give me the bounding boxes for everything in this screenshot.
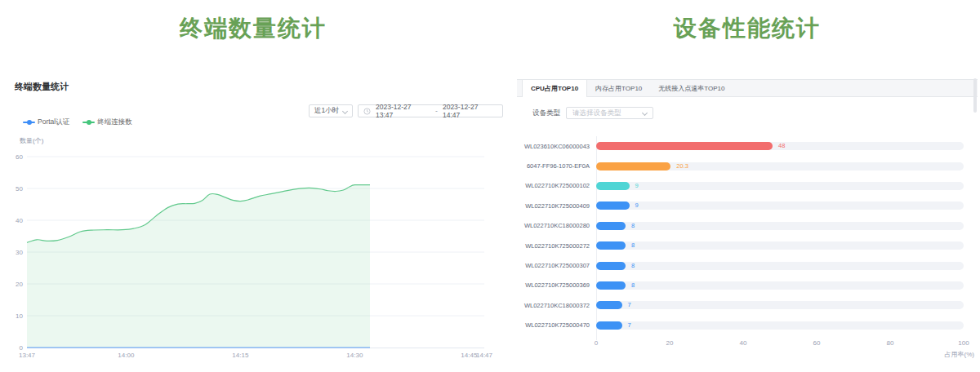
bar-track: 8 <box>596 281 964 290</box>
x-tick-label: 14:47 <box>476 352 493 359</box>
bar-chart-x-axis: 020406080100 <box>596 339 964 348</box>
x-tick-label: 80 <box>887 339 894 347</box>
portal-series-marker-icon <box>23 119 35 126</box>
device-type-select[interactable]: 请选择设备类型 <box>566 107 653 119</box>
x-tick-label: 20 <box>666 339 674 347</box>
bar <box>596 241 626 250</box>
bar <box>596 301 622 309</box>
terminal-connections-line <box>27 185 370 243</box>
bar-value-label: 8 <box>631 262 635 270</box>
terminal-connections-area <box>27 185 370 348</box>
terminal-section-title: 终端数量统计 <box>0 13 506 44</box>
y-tick-label: 0 <box>20 344 24 352</box>
bar-category-label: 6047-FF96-1070-EF0A <box>517 162 596 170</box>
bar <box>596 202 630 210</box>
bar-category-label: WL022710K725000409 <box>517 202 596 210</box>
time-range-value: 近1小时 <box>314 106 339 116</box>
bar-track: 9 <box>596 182 964 190</box>
bar-track: 8 <box>596 241 964 250</box>
x-tick-label: 60 <box>813 339 821 347</box>
bar-row: WL022710K7250004099 <box>517 196 964 215</box>
date-range-start: 2023-12-27 13:47 <box>376 103 430 119</box>
bar-row: WL022710KC180002808 <box>517 216 964 236</box>
x-tick-label: 14:30 <box>346 352 363 359</box>
bar <box>596 222 626 230</box>
bar <box>596 162 670 170</box>
x-tick-label: 100 <box>958 339 969 347</box>
bar-value-label: 9 <box>635 202 639 210</box>
bar <box>596 321 622 330</box>
legend-item-terminal-connections[interactable]: 终端连接数 <box>82 117 132 127</box>
bar-row: WL022710K7250002728 <box>517 236 964 255</box>
bar-category-label: WL022710K725000272 <box>517 242 596 250</box>
bar-value-label: 9 <box>635 182 639 190</box>
bar-value-label: 8 <box>631 281 635 290</box>
bar-value-label: 7 <box>628 321 631 330</box>
x-tick-label: 14:00 <box>118 352 135 359</box>
bar-value-label: 8 <box>631 241 635 250</box>
date-range-picker[interactable]: 2023-12-27 13:47 - 2023-12-27 14:47 <box>358 104 503 117</box>
x-tick-label: 14:15 <box>232 352 249 359</box>
terminal-chart-heading: 终端数量统计 <box>15 81 69 93</box>
legend-item-portal[interactable]: Portal认证 <box>23 117 69 127</box>
y-tick-label: 40 <box>16 217 23 224</box>
x-tick-label: 0 <box>595 339 598 347</box>
y-axis-title: 数量(个) <box>20 137 44 144</box>
device-type-label: 设备类型 <box>532 108 560 118</box>
bar-value-label: 48 <box>778 142 785 150</box>
y-tick-label: 30 <box>16 249 23 256</box>
line-chart-legend: Portal认证 终端连接数 <box>23 117 132 127</box>
bar-value-label: 7 <box>628 301 631 309</box>
bar-category-label: WL022710KC18000280 <box>517 222 596 229</box>
x-tick-label: 40 <box>740 339 747 347</box>
chevron-down-icon <box>342 108 348 113</box>
y-tick-label: 10 <box>16 312 23 320</box>
bar-track: 8 <box>596 262 964 270</box>
clock-icon <box>363 108 371 115</box>
bar-row: WL022710K7250004707 <box>517 316 964 335</box>
bar-row: WL022710KC180003727 <box>517 295 964 315</box>
bar <box>596 142 773 150</box>
bar-track: 9 <box>596 202 964 210</box>
y-tick-label: 60 <box>16 153 23 161</box>
terminal-series-marker-icon <box>82 119 95 126</box>
bar-category-label: WL022710K725000369 <box>517 281 596 289</box>
bar-track: 7 <box>596 321 964 330</box>
bar <box>596 281 626 290</box>
date-range-separator: - <box>435 107 438 115</box>
scrollbar-thumb[interactable] <box>973 78 977 113</box>
x-tick-label: 14:45 <box>461 352 478 359</box>
bar-chart-x-axis-unit: 占用率(%) <box>945 350 974 359</box>
bar-category-label: WL023610KC06000043 <box>517 143 596 150</box>
legend-label: Portal认证 <box>38 117 69 127</box>
cpu-top10-bar-chart: WL023610KC06000043486047-FF96-1070-EF0A2… <box>517 136 964 335</box>
chevron-down-icon <box>642 110 648 116</box>
bar-category-label: WL022710K725000102 <box>517 182 596 189</box>
bar-track: 20.3 <box>596 162 964 170</box>
bar-row: WL022710K7250003078 <box>517 255 964 275</box>
bar-row: WL022710K7250003698 <box>517 276 964 295</box>
tab-ap-rate-top10[interactable]: 无线接入点速率TOP10 <box>650 80 733 96</box>
legend-label: 终端连接数 <box>97 117 132 127</box>
terminal-count-panel: 终端数量统计 终端数量统计 近1小时 2023-12-27 13:47 - 20… <box>0 0 506 372</box>
device-performance-panel: 设备性能统计 CPU占用TOP10 内存占用TOP10 无线接入点速率TOP10… <box>517 0 978 372</box>
tab-memory-top10[interactable]: 内存占用TOP10 <box>587 80 650 96</box>
bar-track: 48 <box>596 142 964 150</box>
bar <box>596 262 626 270</box>
tab-cpu-top10[interactable]: CPU占用TOP10 <box>522 79 587 97</box>
device-type-filter: 设备类型 请选择设备类型 <box>532 107 653 119</box>
bar-value-label: 8 <box>631 222 635 230</box>
date-range-end: 2023-12-27 14:47 <box>443 103 497 119</box>
bar-track: 7 <box>596 301 964 309</box>
device-section-title: 设备性能统计 <box>517 13 978 44</box>
bar-category-label: WL022710K725000307 <box>517 262 596 269</box>
bar-track: 8 <box>596 222 964 230</box>
y-tick-label: 50 <box>16 185 23 193</box>
bar-category-label: WL022710KC18000372 <box>517 302 596 309</box>
terminal-line-chart: 0102030405060数量(个)13:4714:0014:1514:3014… <box>0 0 506 372</box>
x-tick-label: 13:47 <box>19 352 36 359</box>
bar-row: WL023610KC0600004348 <box>517 136 964 156</box>
bar-row: 6047-FF96-1070-EF0A20.3 <box>517 156 964 175</box>
bar-value-label: 20.3 <box>676 162 688 170</box>
time-range-select[interactable]: 近1小时 <box>309 104 353 117</box>
